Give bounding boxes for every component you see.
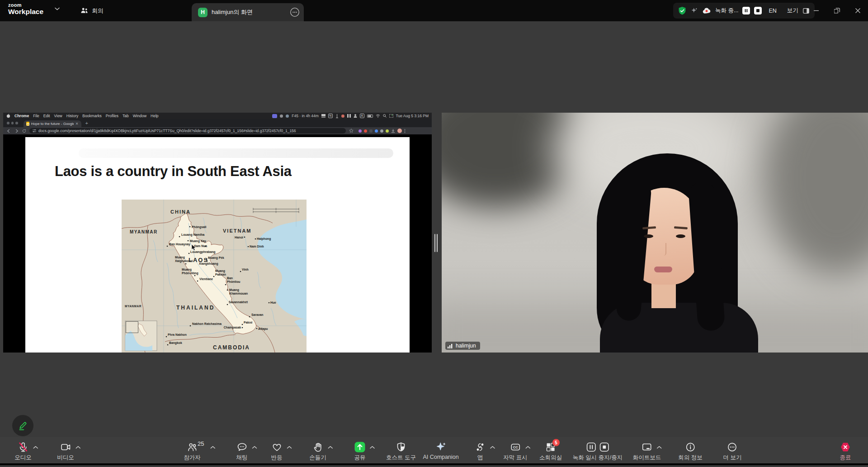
bookmark-star-icon (349, 129, 354, 133)
participant-face-detail (676, 234, 685, 238)
chat-chevron-icon[interactable] (252, 446, 257, 449)
chrome-tab-strip: Hope to the future - Google S ✕ + (3, 119, 432, 127)
toolbar-whiteboard[interactable]: 화이트보드 (633, 437, 661, 465)
closed-captions-icon: CC (510, 442, 521, 453)
background-blur (764, 113, 868, 276)
map-city-label: Champasak (224, 326, 241, 329)
map-city-label: Louangphrabang (190, 250, 216, 254)
panel-resize-handle[interactable] (432, 113, 442, 353)
map-city-dot (249, 316, 250, 318)
logo-zoom-text: zoom (8, 3, 43, 8)
microphone-muted-icon (18, 442, 28, 453)
apps-chevron-icon[interactable] (490, 446, 495, 449)
menubar-status-area: F45 · in 4h 44m N A Tue Aug 5 3:16 PM (272, 114, 429, 118)
chevron-down-icon[interactable] (55, 7, 60, 10)
toolbar-reactions[interactable]: 반응 (271, 437, 283, 465)
map-city-dot (179, 236, 180, 238)
map-city-dot (166, 336, 167, 338)
language-indicator[interactable]: EN (769, 8, 776, 14)
shared-screen-panel: Chrome FileEditViewHistoryBookmarksProfi… (3, 113, 432, 353)
toolbar-apps[interactable]: 앱 (475, 437, 486, 465)
window-titlebar: zoom Workplace 회의 H halimjun의 화면 (0, 0, 868, 21)
browser-tab: Hope to the future - Google S ✕ (24, 120, 81, 127)
captions-chevron-icon[interactable] (525, 446, 530, 449)
screen-share-avatar: H (198, 8, 208, 17)
reactions-chevron-icon[interactable] (287, 446, 292, 449)
audio-chevron-icon[interactable] (33, 446, 38, 449)
close-button[interactable] (847, 0, 868, 21)
stop-recording-button[interactable] (754, 7, 762, 14)
resize-grip-line (437, 234, 438, 252)
toolbar-label: 손들기 (309, 454, 326, 462)
map-city-label: Vientiane (199, 277, 213, 281)
toolbar-meeting-info[interactable]: 회의 정보 (678, 437, 702, 465)
toolbar-captions[interactable]: CC자막 표시 (503, 437, 527, 465)
toolbar-label: 앱 (477, 454, 483, 462)
whiteboard-chevron-icon[interactable] (657, 446, 662, 449)
participant-neck (651, 282, 676, 308)
annotate-button[interactable] (12, 415, 33, 436)
traffic-light-buttons (7, 122, 18, 124)
toolbar-label: 오디오 (14, 454, 32, 462)
download-icon (391, 129, 395, 133)
ai-companion-sparkle-icon (435, 441, 447, 453)
map-city-label: Haiphong (257, 237, 271, 241)
toolbar-share[interactable]: 공유 (354, 437, 366, 465)
chrome-menu-icon (404, 129, 406, 133)
zoom-workplace-logo: zoom Workplace (8, 3, 43, 15)
slide-title: Laos is a country in South East Asia (55, 163, 292, 180)
reload-icon (22, 129, 26, 133)
toolbar-video[interactable]: 비디오 (57, 437, 74, 465)
extension-icon (386, 129, 389, 133)
whiteboard-icon (642, 442, 652, 453)
map-city-dot (167, 246, 168, 247)
raise-hand-chevron-icon[interactable] (328, 446, 333, 449)
map-city-dot (227, 290, 228, 291)
tab-shared-screen[interactable]: H halimjun의 화면 (192, 3, 304, 21)
security-shield-icon[interactable] (678, 6, 686, 15)
map-city-label: Hue (270, 301, 276, 304)
slide-placeholder-bar (79, 148, 393, 158)
toolbar-label: 호스트 도구 (386, 454, 416, 462)
extension-icon (369, 129, 373, 133)
view-button-label[interactable]: 보기 (787, 7, 798, 14)
minimize-button[interactable] (806, 0, 826, 21)
map-city-dot (197, 281, 198, 282)
share-chevron-icon[interactable] (370, 446, 375, 449)
map-city-dot (225, 284, 226, 286)
toolbar-recording[interactable]: 녹화 일시 중지/중지 (573, 437, 623, 465)
participant-name: halimjun (456, 343, 476, 349)
tab-meeting[interactable]: 회의 (76, 0, 108, 21)
end-meeting-icon (840, 441, 851, 453)
ai-companion-status-icon[interactable] (690, 7, 698, 14)
toolbar-participants[interactable]: 25참가자 (184, 437, 201, 465)
toolbar-end[interactable]: 종료 (840, 437, 851, 465)
toolbar-chat[interactable]: 채팅 (236, 437, 248, 465)
video-chevron-icon[interactable] (75, 446, 80, 449)
toolbar-label: 소회의실 (539, 454, 562, 462)
toolbar-ai-companion[interactable]: AI Companion (423, 437, 458, 465)
maximize-button[interactable] (826, 0, 847, 21)
grid-status-icon (321, 114, 326, 118)
heart-icon (271, 442, 282, 453)
map-city-label: Attapu (258, 327, 268, 331)
pause-recording-button[interactable] (742, 7, 750, 14)
map-city-dot (248, 246, 249, 248)
toolbar-audio[interactable]: 오디오 (14, 437, 32, 465)
extension-icon (359, 129, 362, 133)
toolbar-host-tools[interactable]: 호스트 도구 (386, 437, 416, 465)
map-city-label: Muang Xay (190, 239, 206, 243)
toolbar-breakout[interactable]: 5소회의실 (539, 437, 562, 465)
stop-recording-icon[interactable] (599, 442, 609, 453)
tab-options-button[interactable] (290, 7, 300, 17)
map-city-dot (185, 263, 187, 265)
toolbar-more[interactable]: 더 보기 (723, 437, 742, 465)
toolbar-label: 채팅 (236, 454, 248, 462)
toolbar-label: 종료 (840, 454, 851, 462)
participant-face-detail (644, 234, 653, 238)
map-city-label: Savannakhét (229, 300, 248, 304)
participants-chevron-icon[interactable] (210, 446, 215, 449)
host-tools-shield-icon (396, 442, 406, 453)
pause-recording-icon[interactable] (585, 442, 596, 453)
toolbar-raise-hand[interactable]: 손들기 (309, 437, 326, 465)
